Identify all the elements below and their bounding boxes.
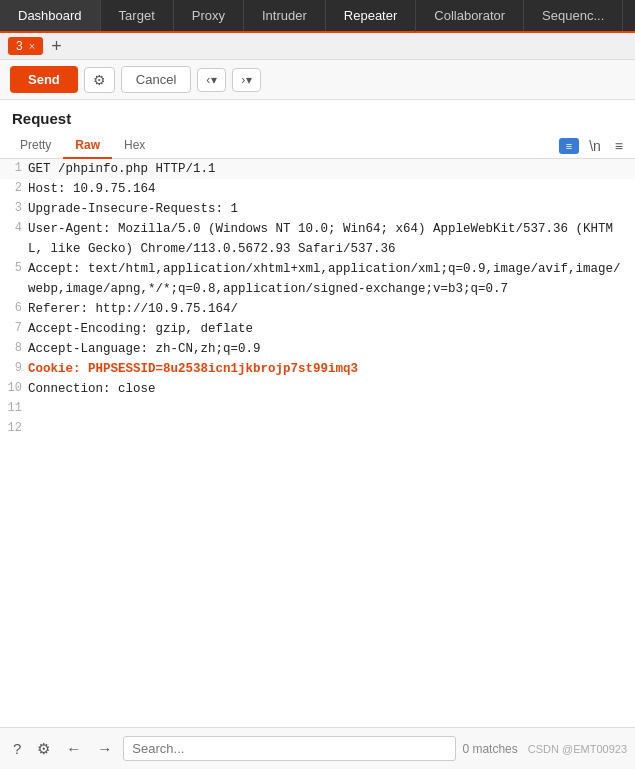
settings-icon: ⚙: [37, 740, 50, 757]
instance-tab-number: 3: [16, 39, 23, 53]
line-number: 12: [0, 419, 28, 438]
line-number: 10: [0, 379, 28, 398]
search-input[interactable]: [123, 736, 456, 761]
editor-line: 2 Host: 10.9.75.164: [0, 179, 635, 199]
settings-bottom-button[interactable]: ⚙: [32, 738, 55, 760]
watermark: CSDN @EMT00923: [528, 743, 627, 755]
editor-line: 11: [0, 399, 635, 419]
line-content: [28, 399, 635, 419]
line-content: [28, 419, 635, 439]
tab-proxy[interactable]: Proxy: [174, 0, 244, 31]
line-content: Referer: http://10.9.75.164/: [28, 299, 635, 319]
tab-sequencer[interactable]: Sequenc...: [524, 0, 623, 31]
forward-button[interactable]: →: [92, 738, 117, 759]
line-content: Host: 10.9.75.164: [28, 179, 635, 199]
match-count: 0 matches: [462, 742, 517, 756]
prev-arrow-icon: ‹: [206, 73, 210, 87]
line-number: 1: [0, 159, 28, 178]
cancel-button[interactable]: Cancel: [121, 66, 191, 93]
line-content: User-Agent: Mozilla/5.0 (Windows NT 10.0…: [28, 219, 635, 259]
tab-target[interactable]: Target: [101, 0, 174, 31]
tab-raw[interactable]: Raw: [63, 133, 112, 159]
back-arrow-icon: ←: [66, 740, 81, 757]
back-button[interactable]: ←: [61, 738, 86, 759]
format-icons: ≡ \n ≡: [559, 136, 627, 156]
tab-hex[interactable]: Hex: [112, 133, 157, 159]
editor-line: 9 Cookie: PHPSESSID=8u2538icn1jkbrojp7st…: [0, 359, 635, 379]
tab-pretty[interactable]: Pretty: [8, 133, 63, 159]
line-number: 5: [0, 259, 28, 278]
help-button[interactable]: ?: [8, 738, 26, 759]
editor-line: 1 GET /phpinfo.php HTTP/1.1: [0, 159, 635, 179]
instance-tab-3[interactable]: 3 ×: [8, 37, 43, 55]
editor-line: 6 Referer: http://10.9.75.164/: [0, 299, 635, 319]
section-title: Request: [0, 110, 635, 133]
toolbar: Send ⚙ Cancel ‹ ▾ › ▾: [0, 60, 635, 100]
editor-line: 3 Upgrade-Insecure-Requests: 1: [0, 199, 635, 219]
format-tabs: Pretty Raw Hex ≡ \n ≡: [0, 133, 635, 159]
main-tab-bar: Dashboard Target Proxy Intruder Repeater…: [0, 0, 635, 33]
line-number: 4: [0, 219, 28, 238]
add-tab-button[interactable]: +: [47, 37, 66, 55]
tab-dashboard[interactable]: Dashboard: [0, 0, 101, 31]
highlight-icon-btn[interactable]: ≡: [559, 138, 579, 154]
wrap-icon-btn[interactable]: \n: [585, 136, 605, 156]
line-content: GET /phpinfo.php HTTP/1.1: [28, 159, 635, 179]
line-content: Upgrade-Insecure-Requests: 1: [28, 199, 635, 219]
editor-line: 5 Accept: text/html,application/xhtml+xm…: [0, 259, 635, 299]
gear-icon: ⚙: [93, 72, 106, 88]
line-number: 2: [0, 179, 28, 198]
menu-icon-btn[interactable]: ≡: [611, 136, 627, 156]
tab-collaborator[interactable]: Collaborator: [416, 0, 524, 31]
line-content: Accept-Language: zh-CN,zh;q=0.9: [28, 339, 635, 359]
line-content: Accept: text/html,application/xhtml+xml,…: [28, 259, 635, 299]
editor-line: 8 Accept-Language: zh-CN,zh;q=0.9: [0, 339, 635, 359]
line-number: 7: [0, 319, 28, 338]
tab-repeater[interactable]: Repeater: [326, 0, 416, 33]
tab-intruder[interactable]: Intruder: [244, 0, 326, 31]
send-button[interactable]: Send: [10, 66, 78, 93]
prev-nav-button[interactable]: ‹ ▾: [197, 68, 226, 92]
line-content: Connection: close: [28, 379, 635, 399]
send-options-button[interactable]: ⚙: [84, 67, 115, 93]
main-content: Request Pretty Raw Hex ≡ \n ≡ 1 GET /php…: [0, 100, 635, 727]
editor-line: 4 User-Agent: Mozilla/5.0 (Windows NT 10…: [0, 219, 635, 259]
line-content-cookie: Cookie: PHPSESSID=8u2538icn1jkbrojp7st99…: [28, 359, 635, 379]
prev-dropdown-icon: ▾: [211, 73, 217, 87]
line-number: 3: [0, 199, 28, 218]
forward-arrow-icon: →: [97, 740, 112, 757]
help-icon: ?: [13, 740, 21, 757]
next-arrow-icon: ›: [241, 73, 245, 87]
next-nav-button[interactable]: › ▾: [232, 68, 261, 92]
bottom-bar: ? ⚙ ← → 0 matches CSDN @EMT00923: [0, 727, 635, 769]
line-content: Accept-Encoding: gzip, deflate: [28, 319, 635, 339]
editor-line: 10 Connection: close: [0, 379, 635, 399]
instance-bar: 3 × +: [0, 33, 635, 60]
line-number: 8: [0, 339, 28, 358]
request-section: Request Pretty Raw Hex ≡ \n ≡ 1 GET /php…: [0, 100, 635, 727]
line-number: 11: [0, 399, 28, 418]
editor-line: 7 Accept-Encoding: gzip, deflate: [0, 319, 635, 339]
request-editor[interactable]: 1 GET /phpinfo.php HTTP/1.1 2 Host: 10.9…: [0, 159, 635, 727]
line-number: 6: [0, 299, 28, 318]
line-number: 9: [0, 359, 28, 378]
next-dropdown-icon: ▾: [246, 73, 252, 87]
editor-line: 12: [0, 419, 635, 439]
close-tab-icon[interactable]: ×: [29, 40, 35, 52]
